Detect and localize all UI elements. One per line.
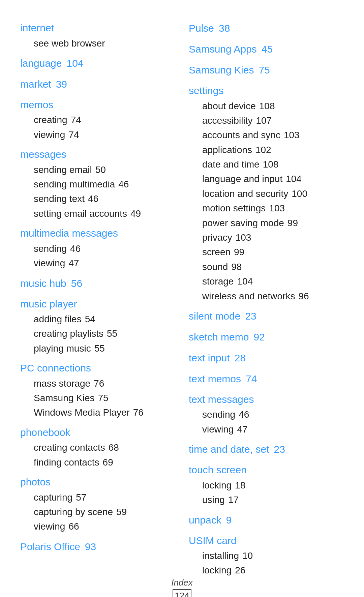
sub-entry-text: sending email (34, 162, 92, 177)
index-term: touch screen (189, 462, 247, 478)
term-line[interactable]: touch screen (189, 462, 344, 478)
sub-entry-text: viewing (34, 127, 65, 142)
sub-entry-page: 47 (237, 422, 247, 437)
sub-entry: viewing47 (189, 422, 344, 437)
sub-entry-text: accessibility (202, 113, 252, 128)
sub-entry-text: accounts and sync (202, 128, 280, 142)
sub-entry-text: locking (202, 563, 232, 577)
sub-entry-page: 68 (109, 440, 119, 455)
index-entry: text messagessending46viewing47 (189, 392, 344, 437)
sub-entry: sending text46 (20, 191, 175, 206)
sub-entry-text: wireless and networks (202, 289, 295, 303)
sub-entry: see web browser (20, 36, 175, 51)
sub-entry-text: capturing by scene (34, 505, 113, 519)
term-line[interactable]: settings (189, 83, 344, 99)
index-page-number: 39 (56, 76, 67, 92)
sub-entry: installing10 (189, 548, 344, 563)
index-term: Pulse (189, 21, 214, 36)
sub-entry: creating playlists55 (20, 326, 175, 341)
sub-entry-page: 49 (130, 206, 141, 221)
term-line[interactable]: music player (20, 296, 175, 312)
term-line[interactable]: music hub56 (20, 275, 175, 292)
sub-entry: viewing74 (20, 127, 175, 142)
term-line[interactable]: market39 (20, 76, 175, 92)
index-page-number: 56 (71, 275, 82, 292)
sub-entry-text: date and time (202, 157, 260, 172)
sub-entry-text: mass storage (34, 376, 90, 391)
index-entry: phonebookcreating contacts68finding cont… (20, 425, 175, 470)
sub-entry-page: 75 (98, 391, 109, 405)
sub-entry-text: setting email accounts (34, 206, 127, 221)
index-entry: time and date, set23 (189, 441, 344, 457)
sub-entry-text: storage (202, 274, 234, 289)
index-entry: touch screenlocking18using17 (189, 462, 344, 507)
term-line[interactable]: language104 (20, 55, 175, 71)
sub-entry-page: 54 (85, 312, 95, 326)
index-entry: language104 (20, 55, 175, 71)
index-page-number: 23 (245, 308, 256, 324)
index-entry: memoscreating74viewing74 (20, 97, 175, 142)
index-term: unpack (189, 512, 221, 528)
index-entry: sketch memo92 (189, 329, 344, 345)
term-line[interactable]: multimedia messages (20, 226, 175, 241)
index-entry: text memos74 (189, 371, 344, 387)
index-page-number: 93 (85, 539, 96, 555)
term-line[interactable]: time and date, set23 (189, 441, 344, 457)
sub-entry: location and security100 (189, 186, 344, 201)
term-line[interactable]: USIM card (189, 533, 344, 549)
sub-entry: applications102 (189, 143, 344, 157)
index-term: market (20, 77, 51, 92)
term-line[interactable]: PC connections (20, 360, 175, 376)
sub-entry: capturing by scene59 (20, 505, 175, 519)
term-line[interactable]: phonebook (20, 425, 175, 441)
term-line[interactable]: silent mode23 (189, 308, 344, 324)
index-term: Polaris Office (20, 539, 80, 555)
index-term: USIM card (189, 533, 237, 549)
sub-entry-text: see web browser (34, 36, 105, 51)
sub-entry-page: 50 (95, 162, 106, 177)
index-term: phonebook (20, 425, 70, 441)
sub-entry: using17 (189, 492, 344, 507)
sub-entry: finding contacts69 (20, 455, 175, 470)
index-term: photos (20, 474, 51, 490)
index-page-number: 75 (259, 62, 270, 78)
sub-entry: locking18 (189, 478, 344, 492)
sub-entry-text: language and input (202, 172, 282, 186)
index-page-number: 45 (262, 41, 273, 57)
term-line[interactable]: Pulse38 (189, 20, 344, 36)
term-line[interactable]: text input28 (189, 350, 344, 366)
sub-entry-text: playing music (34, 341, 91, 356)
sub-entry-page: 55 (94, 341, 105, 356)
index-entry: internetsee web browser (20, 20, 175, 51)
term-line[interactable]: Samsung Apps45 (189, 41, 344, 57)
term-line[interactable]: text memos74 (189, 371, 344, 387)
term-line[interactable]: text messages (189, 392, 344, 408)
sub-entry-page: 99 (234, 245, 244, 259)
footer-label: Index (171, 577, 193, 588)
sub-entry-text: creating (34, 113, 67, 127)
sub-entry-text: sending text (34, 191, 85, 206)
term-line[interactable]: messages (20, 147, 175, 162)
sub-entry: motion settings103 (189, 201, 344, 215)
index-entry: PC connectionsmass storage76Samsung Kies… (20, 360, 175, 420)
term-line[interactable]: memos (20, 97, 175, 113)
sub-entry: viewing47 (20, 256, 175, 270)
sub-entry-text: creating contacts (34, 440, 105, 455)
index-entry: photoscapturing57capturing by scene59vie… (20, 474, 175, 534)
right-column: Pulse38Samsung Apps45Samsung Kies75setti… (189, 20, 344, 583)
sub-entry-text: Samsung Kies (34, 391, 95, 405)
term-line[interactable]: photos (20, 474, 175, 490)
term-line[interactable]: Samsung Kies75 (189, 62, 344, 78)
sub-entry-text: using (202, 492, 225, 507)
sub-entry-text: Windows Media Player (34, 405, 130, 420)
term-line[interactable]: Polaris Office93 (20, 539, 175, 555)
sub-entry: Windows Media Player76 (20, 405, 175, 420)
term-line[interactable]: sketch memo92 (189, 329, 344, 345)
term-line[interactable]: unpack9 (189, 512, 344, 528)
sub-entry-page: 104 (286, 172, 302, 186)
term-line[interactable]: internet (20, 20, 175, 36)
index-term: messages (20, 147, 66, 162)
index-page-number: 104 (66, 55, 83, 71)
index-term: internet (20, 20, 54, 36)
index-entry: market39 (20, 76, 175, 92)
